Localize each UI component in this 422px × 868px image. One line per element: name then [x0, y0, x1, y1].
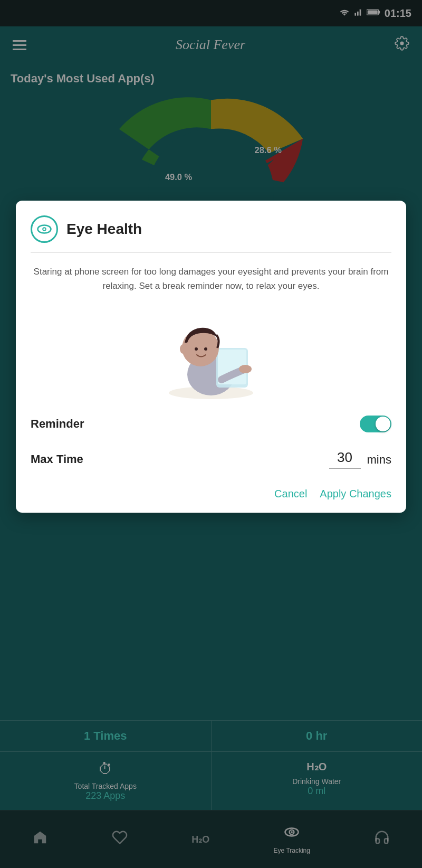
- max-time-label: Max Time: [31, 452, 83, 466]
- apply-changes-button[interactable]: Apply Changes: [320, 488, 391, 500]
- modal-buttons: Cancel Apply Changes: [31, 488, 391, 500]
- modal-header: Eye Health: [31, 215, 391, 243]
- modal-description: Staring at phone screen for too long dam…: [31, 265, 391, 293]
- reminder-row: Reminder: [31, 416, 391, 432]
- eye-health-modal: Eye Health Staring at phone screen for t…: [16, 201, 406, 513]
- reminder-label: Reminder: [31, 417, 84, 431]
- svg-point-18: [195, 347, 198, 351]
- modal-title: Eye Health: [66, 221, 142, 238]
- max-time-value[interactable]: 30: [329, 449, 361, 469]
- reminder-toggle[interactable]: [360, 416, 391, 432]
- cancel-button[interactable]: Cancel: [274, 488, 307, 500]
- svg-point-17: [182, 329, 219, 366]
- eye-health-icon: [31, 215, 58, 243]
- toggle-knob: [376, 417, 390, 431]
- max-time-row: Max Time 30 mins: [31, 449, 391, 469]
- svg-point-19: [204, 347, 207, 351]
- svg-point-16: [239, 365, 252, 373]
- person-illustration: [31, 306, 391, 401]
- svg-point-20: [180, 344, 186, 354]
- svg-point-11: [43, 228, 45, 230]
- max-time-unit: mins: [367, 453, 391, 469]
- max-time-input-group: 30 mins: [329, 449, 391, 469]
- modal-divider: [31, 252, 391, 253]
